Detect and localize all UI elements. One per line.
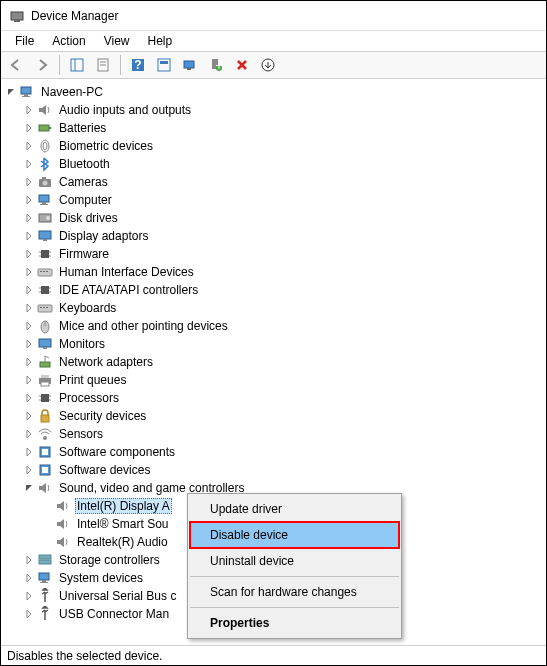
expand-arrow[interactable] [23,482,35,494]
action-button[interactable] [153,54,175,76]
expand-arrow[interactable] [23,392,35,404]
device-label: Display adaptors [57,229,150,243]
menu-disable-device[interactable]: Disable device [190,522,399,548]
delete-button[interactable] [231,54,253,76]
expand-arrow[interactable] [41,536,53,548]
expand-arrow[interactable] [23,248,35,260]
expand-arrow[interactable] [23,446,35,458]
tree-category[interactable]: Batteries [1,119,546,137]
device-icon [55,516,71,532]
expand-arrow[interactable] [23,590,35,602]
svg-rect-68 [42,449,48,455]
expand-arrow[interactable] [23,374,35,386]
menu-file[interactable]: File [7,32,42,50]
scan-button[interactable] [179,54,201,76]
menu-help[interactable]: Help [140,32,181,50]
device-icon [37,174,53,190]
tree-category[interactable]: Sensors [1,425,546,443]
expand-arrow[interactable] [41,500,53,512]
svg-rect-49 [40,307,42,308]
expand-arrow[interactable] [23,320,35,332]
device-label: Monitors [57,337,107,351]
tree-category[interactable]: Disk drives [1,209,546,227]
tree-category[interactable]: Display adaptors [1,227,546,245]
expand-arrow[interactable] [23,428,35,440]
tree-category[interactable]: Software devices [1,461,546,479]
device-label: Disk drives [57,211,120,225]
tree-category[interactable]: Human Interface Devices [1,263,546,281]
device-tree[interactable]: Naveen-PCAudio inputs and outputsBatteri… [1,79,546,645]
expand-arrow[interactable] [23,410,35,422]
tree-category[interactable]: IDE ATA/ATAPI controllers [1,281,546,299]
menu-update-driver[interactable]: Update driver [190,496,399,522]
expand-arrow[interactable] [23,554,35,566]
tree-category[interactable]: Network adapters [1,353,546,371]
expand-arrow[interactable] [23,338,35,350]
add-button[interactable]: + [205,54,227,76]
expand-arrow[interactable] [23,464,35,476]
expand-arrow[interactable] [23,212,35,224]
menu-action[interactable]: Action [44,32,93,50]
tree-category[interactable]: Computer [1,191,546,209]
help-button[interactable]: ? [127,54,149,76]
menu-properties[interactable]: Properties [190,610,399,636]
expand-arrow[interactable] [23,122,35,134]
menu-uninstall-device[interactable]: Uninstall device [190,548,399,574]
properties-button[interactable] [92,54,114,76]
tree-category[interactable]: Processors [1,389,546,407]
tree-category[interactable]: Mice and other pointing devices [1,317,546,335]
menu-view[interactable]: View [96,32,138,50]
device-label: System devices [57,571,145,585]
svg-rect-19 [22,96,30,97]
expand-arrow[interactable] [23,158,35,170]
device-icon [37,138,53,154]
tree-category[interactable]: Biometric devices [1,137,546,155]
tree-category[interactable]: Security devices [1,407,546,425]
expand-arrow[interactable] [23,140,35,152]
show-hide-button[interactable] [66,54,88,76]
device-label: Bluetooth [57,157,112,171]
svg-rect-27 [39,195,49,202]
device-icon [37,120,53,136]
device-label: Naveen-PC [39,85,105,99]
tree-category[interactable]: Monitors [1,335,546,353]
tree-category[interactable]: Print queues [1,371,546,389]
expand-arrow[interactable] [23,356,35,368]
tree-category[interactable]: Firmware [1,245,546,263]
expand-arrow[interactable] [23,176,35,188]
forward-button[interactable] [31,54,53,76]
expand-arrow[interactable] [23,284,35,296]
tree-category[interactable]: Software components [1,443,546,461]
device-label: Mice and other pointing devices [57,319,230,333]
svg-rect-29 [40,204,48,205]
svg-rect-11 [184,61,194,68]
device-label: Intel(R) Display A [75,498,172,514]
menu-separator [190,607,399,608]
tree-category[interactable]: Cameras [1,173,546,191]
down-button[interactable] [257,54,279,76]
expand-arrow[interactable] [23,230,35,242]
svg-rect-58 [41,375,49,378]
expand-arrow[interactable] [41,518,53,530]
tree-root[interactable]: Naveen-PC [1,83,546,101]
expand-arrow[interactable] [23,302,35,314]
tree-category[interactable]: Bluetooth [1,155,546,173]
back-button[interactable] [5,54,27,76]
expand-arrow[interactable] [23,194,35,206]
expand-arrow[interactable] [23,572,35,584]
expand-arrow[interactable] [5,86,17,98]
tree-category[interactable]: Audio inputs and outputs [1,101,546,119]
menu-scan-hardware[interactable]: Scan for hardware changes [190,579,399,605]
device-icon [37,210,53,226]
expand-arrow[interactable] [23,266,35,278]
device-label: USB Connector Man [57,607,171,621]
expand-arrow[interactable] [23,104,35,116]
device-label: Cameras [57,175,110,189]
svg-rect-71 [39,555,51,559]
expand-arrow[interactable] [23,608,35,620]
svg-point-66 [43,436,47,440]
tree-category[interactable]: Keyboards [1,299,546,317]
menubar: File Action View Help [1,31,546,51]
svg-text:+: + [215,59,222,72]
svg-rect-54 [39,339,51,347]
